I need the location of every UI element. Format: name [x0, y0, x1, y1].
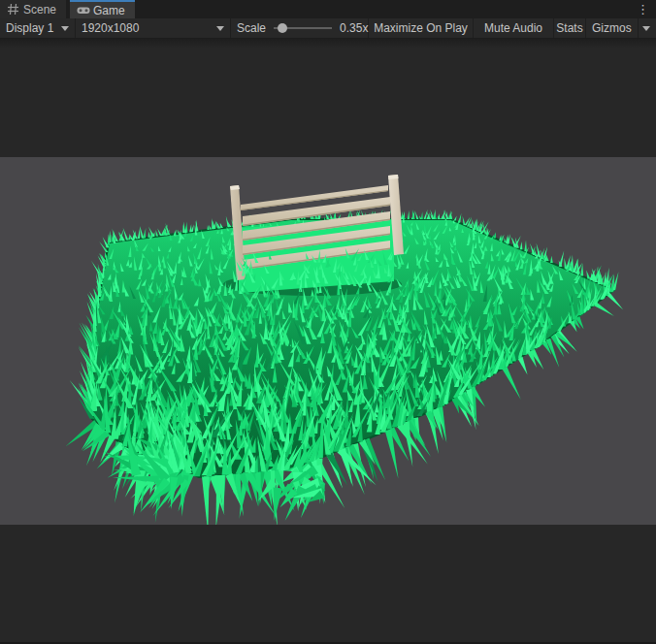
- tab-scene-label: Scene: [23, 3, 56, 16]
- scale-knob[interactable]: [278, 23, 287, 33]
- display-dropdown-label: Display 1: [6, 21, 53, 35]
- tab-bar: Scene Game ⋮: [0, 0, 656, 18]
- stats-button[interactable]: Stats: [554, 18, 586, 38]
- stats-label: Stats: [556, 21, 582, 35]
- scale-value: 0.35x: [340, 21, 368, 35]
- gizmos-dropdown[interactable]: Gizmos: [586, 18, 656, 38]
- game-render-area: [0, 39, 656, 644]
- mute-audio-button[interactable]: Mute Audio: [474, 18, 554, 38]
- game-view-toolbar: Display 1 1920x1080 Scale 0.35x Maximize…: [0, 18, 656, 39]
- tab-scene[interactable]: Scene: [0, 0, 66, 18]
- scale-control: Scale 0.35x: [231, 18, 369, 38]
- scale-label: Scale: [237, 21, 266, 35]
- rendered-scene: [0, 157, 656, 525]
- scene-grid-icon: [7, 3, 19, 16]
- divider: [638, 18, 639, 38]
- tab-game-label: Game: [93, 4, 125, 17]
- gizmos-label: Gizmos: [592, 21, 632, 35]
- kebab-menu-icon[interactable]: ⋮: [630, 0, 656, 18]
- unity-game-view-panel: Scene Game ⋮ Display 1 1920x1080 Scale: [0, 0, 656, 644]
- letterbox-top: [0, 39, 656, 157]
- maximize-on-play-label: Maximize On Play: [374, 21, 468, 35]
- resolution-dropdown[interactable]: 1920x1080: [76, 18, 231, 38]
- game-viewport[interactable]: [0, 157, 656, 525]
- mute-audio-label: Mute Audio: [484, 21, 542, 35]
- maximize-on-play-button[interactable]: Maximize On Play: [369, 18, 474, 38]
- display-dropdown[interactable]: Display 1: [0, 18, 76, 38]
- chevron-down-icon: [642, 26, 650, 31]
- resolution-dropdown-label: 1920x1080: [82, 21, 139, 35]
- chevron-down-icon: [216, 26, 224, 31]
- chevron-down-icon: [61, 26, 69, 31]
- gamepad-icon: [77, 4, 89, 16]
- letterbox-bottom: [0, 525, 656, 644]
- scale-slider[interactable]: [274, 22, 332, 34]
- tab-game[interactable]: Game: [70, 0, 135, 18]
